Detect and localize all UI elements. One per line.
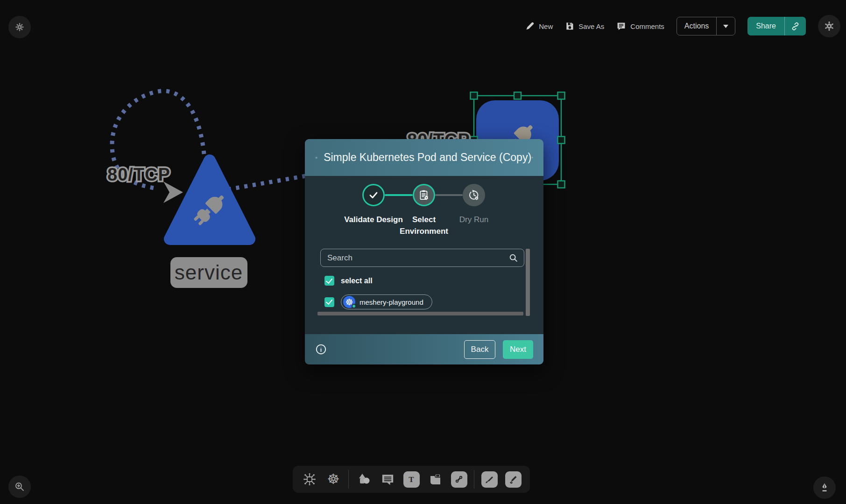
- fountain-pen-icon: [819, 483, 830, 493]
- step-label-dry-run: Dry Run: [444, 214, 504, 226]
- environment-search: [320, 249, 524, 267]
- connect-nodes-tool[interactable]: [450, 470, 468, 488]
- step-select-environment[interactable]: [413, 184, 435, 206]
- edge-pen-icon: [481, 471, 498, 488]
- canvas-dock-toolbar: ☸ T: [293, 466, 530, 493]
- shapes-icon: [356, 472, 371, 487]
- gear-icon: [824, 21, 835, 32]
- service-node-label: service: [170, 257, 247, 288]
- actions-split-button: Actions: [677, 17, 735, 35]
- comment-icon: [381, 472, 395, 487]
- zoom-in-button[interactable]: [8, 476, 31, 498]
- actions-label: Actions: [684, 22, 709, 30]
- new-button[interactable]: New: [525, 21, 553, 31]
- comments-label: Comments: [630, 22, 664, 30]
- shapes-tool[interactable]: [355, 470, 373, 488]
- comment-icon: [616, 21, 626, 31]
- step-validate-design[interactable]: [362, 184, 385, 206]
- environment-name: meshery-playground: [360, 298, 423, 306]
- back-button[interactable]: Back: [464, 340, 495, 359]
- info-icon[interactable]: [315, 343, 327, 355]
- chevron-down-icon: [723, 24, 729, 28]
- connected-status-dot: [352, 304, 356, 308]
- svg-text:service: service: [175, 261, 243, 284]
- new-label: New: [539, 22, 553, 30]
- modal-title: Simple Kubernetes Pod and Service (Copy): [324, 151, 531, 164]
- pen-mode-button[interactable]: [813, 476, 836, 499]
- gear-flower-icon: [14, 22, 25, 32]
- save-as-button[interactable]: Save As: [565, 21, 604, 31]
- dry-run-icon: [468, 189, 480, 201]
- meshery-logo-icon: [315, 151, 317, 165]
- link-icon: [791, 22, 800, 31]
- comment-tool[interactable]: [379, 470, 396, 488]
- comments-button[interactable]: Comments: [616, 21, 664, 31]
- modal-body: Validate Design Select Environment Dry R…: [305, 176, 543, 334]
- stepper-connector-done: [385, 194, 413, 196]
- environment-row: ☸ meshery-playground: [324, 294, 432, 309]
- kubernetes-tool[interactable]: ☸: [324, 470, 342, 488]
- text-icon: T: [403, 471, 420, 488]
- kubernetes-connection-badge: ☸: [343, 296, 355, 308]
- edge-port-label: 80/TCP: [107, 165, 170, 184]
- floppy-save-icon: [565, 21, 574, 31]
- environment-chip[interactable]: ☸ meshery-playground: [341, 294, 432, 309]
- save-as-label: Save As: [578, 22, 604, 30]
- component-chip-icon: [302, 471, 317, 487]
- text-tool[interactable]: T: [402, 470, 420, 488]
- dock-divider: [474, 470, 474, 489]
- deploy-modal: Simple Kubernetes Pod and Service (Copy): [305, 139, 543, 364]
- freehand-draw-tool[interactable]: [504, 470, 522, 488]
- actions-dropdown-button[interactable]: [716, 17, 735, 35]
- select-all-checkbox[interactable]: [324, 276, 334, 286]
- edge-draw-tool[interactable]: [480, 470, 498, 488]
- service-node[interactable]: [170, 161, 249, 239]
- kubernetes-icon: ☸: [327, 472, 340, 486]
- next-button[interactable]: Next: [503, 340, 533, 359]
- freehand-pencil-icon: [505, 471, 522, 488]
- search-icon[interactable]: [508, 253, 518, 263]
- components-tool[interactable]: [301, 470, 318, 488]
- environment-checkbox[interactable]: [324, 297, 334, 307]
- search-input[interactable]: [326, 253, 508, 263]
- pencil-icon: [525, 21, 535, 31]
- step-dry-run[interactable]: [463, 184, 485, 206]
- share-button[interactable]: Share: [747, 17, 784, 35]
- share-label: Share: [756, 22, 776, 30]
- copy-link-button[interactable]: [784, 17, 806, 35]
- vertical-scrollbar[interactable]: [526, 249, 530, 316]
- select-all-row: select all: [324, 276, 373, 286]
- image-icon: [428, 472, 443, 487]
- stepper-connector-pending: [435, 194, 463, 196]
- edge-arrowhead: [163, 182, 183, 203]
- modal-footer: Back Next: [305, 334, 543, 364]
- horizontal-scrollbar[interactable]: [317, 312, 523, 315]
- image-tool[interactable]: [426, 470, 444, 488]
- top-toolbar: New Save As Comments Actions: [525, 14, 840, 38]
- dock-divider: [348, 470, 349, 489]
- zoom-in-icon: [14, 481, 25, 492]
- modal-header: Simple Kubernetes Pod and Service (Copy): [305, 139, 543, 176]
- svg-text:T: T: [409, 475, 414, 484]
- close-icon[interactable]: [531, 152, 533, 163]
- check-icon: [368, 189, 379, 201]
- link-nodes-icon: [451, 471, 467, 488]
- select-all-label: select all: [341, 277, 373, 285]
- share-split-button: Share: [747, 17, 806, 35]
- actions-button[interactable]: Actions: [677, 17, 716, 35]
- settings-button[interactable]: [818, 15, 840, 37]
- app-menu-button[interactable]: [8, 16, 31, 38]
- clipboard-gear-icon: [418, 189, 430, 201]
